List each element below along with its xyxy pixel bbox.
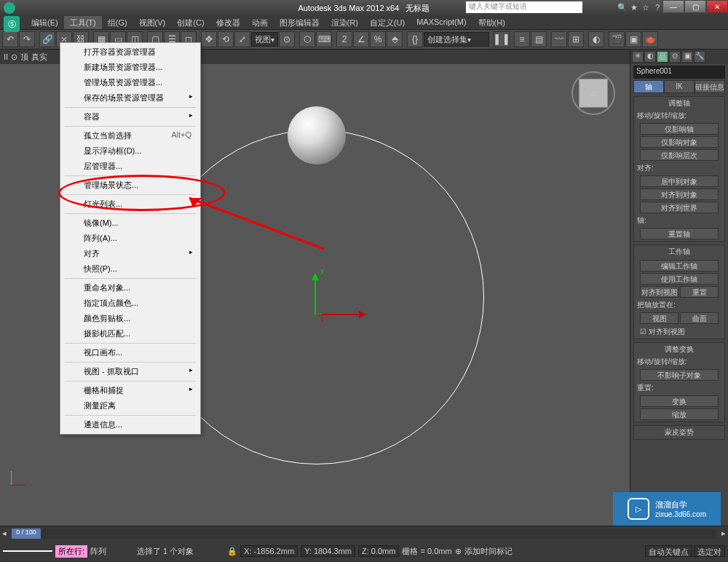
link-button[interactable]: 🔗 xyxy=(39,31,55,47)
redo-button[interactable]: ↷ xyxy=(19,31,35,47)
snap-percent-button[interactable]: % xyxy=(370,31,386,47)
edit-working-pivot-button[interactable]: 编辑工作轴 xyxy=(640,260,719,272)
menu-item[interactable]: 管理场景状态... xyxy=(62,178,199,193)
menu-item[interactable]: 镜像(M)... xyxy=(62,215,199,231)
material-editor-button[interactable]: ◐ xyxy=(588,31,604,47)
pivot-button[interactable]: ⊙ xyxy=(279,31,295,47)
use-working-pivot-button[interactable]: 使用工作轴 xyxy=(640,273,719,285)
viewport-shade-icon[interactable]: ⊙ xyxy=(11,52,17,62)
schematic-button[interactable]: ⊞ xyxy=(568,31,584,47)
affect-hierarchy-button[interactable]: 仅影响层次 xyxy=(640,149,719,161)
help-search-input[interactable]: 键入关键字或短语 xyxy=(466,1,582,13)
viewcube-face[interactable]: 上 xyxy=(579,79,608,108)
transform-button[interactable]: 变换 xyxy=(640,395,719,407)
dont-affect-children-button[interactable]: 不影响子对象 xyxy=(640,369,719,381)
spinner-snap-button[interactable]: ⬘ xyxy=(387,31,403,47)
menu-item[interactable]: 容器 xyxy=(62,109,199,124)
menu-item[interactable]: 摄影机匹配... xyxy=(62,326,199,341)
star-icon[interactable]: ☆ xyxy=(641,3,651,13)
search-icon[interactable]: 🔍 xyxy=(617,3,628,13)
modify-tab-icon[interactable]: ◐ xyxy=(644,51,656,63)
menu-item[interactable]: 通道信息... xyxy=(62,417,199,432)
menu-item[interactable]: 新建场景资源管理器... xyxy=(62,60,199,75)
align-to-object-button[interactable]: 对齐到对象 xyxy=(640,189,719,200)
manipulate-button[interactable]: ⬡ xyxy=(299,31,315,47)
menu-item[interactable]: 视图 - 抓取视口 xyxy=(62,364,199,379)
star-icon[interactable]: ★ xyxy=(629,3,639,13)
menu-edit[interactable]: 编辑(E) xyxy=(25,16,64,29)
auto-key-button[interactable]: 自动关键点 xyxy=(645,545,692,557)
ik-tab[interactable]: IK xyxy=(664,80,695,93)
z-coord-field[interactable]: Z: 0.0mm xyxy=(358,545,399,557)
center-to-object-button[interactable]: 居中到对象 xyxy=(640,175,719,187)
mirror-button[interactable]: ▌▐ xyxy=(494,31,510,47)
curve-editor-button[interactable]: 〰 xyxy=(551,31,567,47)
timeline-marker[interactable]: 0 / 100 xyxy=(12,529,41,539)
menu-item[interactable]: 保存的场景资源管理器 xyxy=(62,90,199,106)
utilities-tab-icon[interactable]: 🔧 xyxy=(694,51,705,63)
menu-maxscript[interactable]: MAXScript(M) xyxy=(411,16,472,29)
maximize-button[interactable]: ▢ xyxy=(684,0,706,13)
align-to-view-button[interactable]: 对齐到视图 xyxy=(640,286,678,298)
menu-create[interactable]: 创建(C) xyxy=(171,16,210,29)
script-line-field[interactable] xyxy=(3,550,52,552)
object-name-field[interactable]: Sphere001 xyxy=(633,66,725,79)
undo-button[interactable]: ↶ xyxy=(2,31,18,47)
timeline-track[interactable]: 0 / 100 xyxy=(12,529,716,539)
gizmo-xy-plane[interactable] xyxy=(315,314,323,321)
menu-modifiers[interactable]: 修改器 xyxy=(210,16,246,29)
menu-graph-editors[interactable]: 图形编辑器 xyxy=(274,16,325,29)
gizmo-y-axis[interactable] xyxy=(314,275,316,315)
menu-animation[interactable]: 动画 xyxy=(246,16,274,29)
menu-item[interactable]: 阵列(A)... xyxy=(62,231,199,246)
menu-item[interactable]: 层管理器... xyxy=(62,159,199,174)
selected-button[interactable]: 选定对 xyxy=(694,545,725,557)
link-info-tab[interactable]: 链接信息 xyxy=(695,80,725,93)
menu-item[interactable]: 重命名对象... xyxy=(62,280,199,296)
layer-button[interactable]: ▤ xyxy=(531,31,547,47)
viewport-bracket[interactable]: II xyxy=(4,52,8,61)
viewcube[interactable]: 上 xyxy=(571,71,615,115)
menu-rendering[interactable]: 渲染(R) xyxy=(325,16,364,29)
render-button[interactable]: 🫖 xyxy=(642,31,658,47)
menu-item[interactable]: 颜色剪贴板... xyxy=(62,311,199,326)
rotate-button[interactable]: ⟲ xyxy=(218,31,234,47)
viewport-mode[interactable]: 真实 xyxy=(31,52,47,63)
menu-item[interactable]: 孤立当前选择Alt+Q xyxy=(62,128,199,143)
surface-button[interactable]: 曲面 xyxy=(680,312,719,324)
affect-pivot-only-button[interactable]: 仅影响轴 xyxy=(640,123,719,135)
timeline-prev-icon[interactable]: ◂ xyxy=(0,529,9,538)
snap-angle-button[interactable]: ∠ xyxy=(353,31,369,47)
move-button[interactable]: ✥ xyxy=(201,31,217,47)
menu-tools[interactable]: 工具(T) xyxy=(64,16,102,29)
pivot-tab[interactable]: 轴 xyxy=(633,80,664,93)
menu-item[interactable]: 栅格和捕捉 xyxy=(62,383,199,398)
ref-coord-dropdown[interactable]: 视图 ▾ xyxy=(251,32,278,47)
scale-button[interactable]: ⤢ xyxy=(234,31,250,47)
render-setup-button[interactable]: 🎬 xyxy=(609,31,625,47)
time-tag-hint[interactable]: 添加时间标记 xyxy=(464,546,513,557)
menu-item[interactable]: 测量距离 xyxy=(62,398,199,413)
align-to-world-button[interactable]: 对齐到世界 xyxy=(640,202,719,213)
app-logo[interactable]: ⓢ xyxy=(4,16,20,32)
menu-item[interactable]: 打开容器资源管理器 xyxy=(62,44,199,60)
display-tab-icon[interactable]: ▣ xyxy=(681,51,693,63)
menu-help[interactable]: 帮助(H) xyxy=(472,16,511,29)
scene-sphere-object[interactable] xyxy=(288,106,346,165)
close-button[interactable]: ✕ xyxy=(706,0,728,13)
scale-button[interactable]: 缩放 xyxy=(640,408,719,420)
menu-item[interactable]: 管理场景资源管理器... xyxy=(62,75,199,90)
x-coord-field[interactable]: X: -1856.2mm xyxy=(240,545,298,557)
edit-named-sel-button[interactable]: {} xyxy=(407,31,423,47)
reset-pivot-button[interactable]: 重置轴 xyxy=(640,228,719,240)
align-to-view-checkbox[interactable]: ☑ 对齐到视图 xyxy=(634,325,724,339)
menu-group[interactable]: 组(G) xyxy=(102,16,133,29)
named-selection-dropdown[interactable]: 创建选择集 ▾ xyxy=(424,32,489,47)
menu-item[interactable]: 显示浮动框(D)... xyxy=(62,143,199,159)
view-button[interactable]: 视图 xyxy=(640,312,678,324)
gizmo-x-axis[interactable] xyxy=(315,314,364,315)
y-coord-field[interactable]: Y: 1804.3mm xyxy=(301,545,355,557)
menu-views[interactable]: 视图(V) xyxy=(133,16,172,29)
motion-tab-icon[interactable]: ⊙ xyxy=(669,51,681,63)
menu-item[interactable]: 对齐 xyxy=(62,246,199,261)
